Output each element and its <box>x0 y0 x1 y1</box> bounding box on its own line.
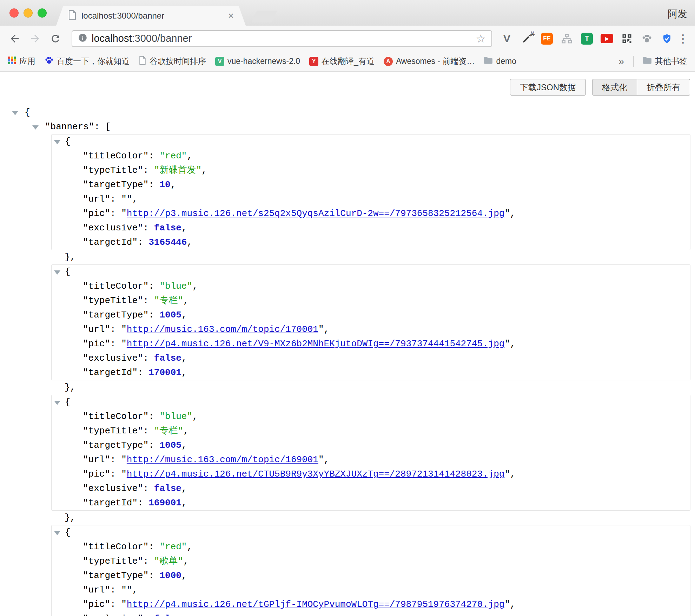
json-link[interactable]: http://p4.music.126.net/V9-MXz6b2MNhEKju… <box>127 339 505 349</box>
json-punct: , <box>181 614 187 616</box>
json-punct: : <box>143 556 154 566</box>
paw-extension-icon[interactable] <box>640 32 654 46</box>
json-punct: { <box>65 527 71 538</box>
format-button[interactable]: 格式化 <box>592 79 637 96</box>
json-punct: , <box>192 281 198 291</box>
vimium-extension-icon[interactable]: V <box>500 32 514 46</box>
bookmark-star-icon[interactable]: ☆ <box>476 33 486 44</box>
bookmarks-overflow-chevron-icon[interactable]: » <box>618 56 624 67</box>
json-punct: }, <box>65 382 75 393</box>
forward-button[interactable] <box>27 31 43 46</box>
json-string-value: "red" <box>159 151 187 161</box>
collapse-triangle-icon[interactable] <box>54 140 60 144</box>
json-line: "targetType": 1005, <box>52 438 690 453</box>
collapse-all-button[interactable]: 折叠所有 <box>637 79 690 96</box>
bookmark-youdao-translate[interactable]: Y 在线翻译_有道 <box>309 56 375 67</box>
json-line: "titleColor": "blue", <box>52 279 690 294</box>
new-tab-button[interactable] <box>251 11 277 22</box>
profile-name: 阿发 <box>668 7 687 21</box>
json-punct: " <box>121 454 127 465</box>
collapse-triangle-icon[interactable] <box>32 125 39 130</box>
json-link[interactable]: http://music.163.com/m/topic/169001 <box>127 454 318 465</box>
toolbar: localhost:3000/banner ☆ V 英 FE T ▶ <box>0 26 695 51</box>
tab-close-icon[interactable]: × <box>228 11 234 21</box>
blue-shield-check-extension-icon[interactable] <box>660 32 674 46</box>
bookmark-label: 谷歌按时间排序 <box>150 56 206 67</box>
download-json-button[interactable]: 下载JSON数据 <box>510 79 586 96</box>
json-punct: { <box>65 267 71 277</box>
reload-button[interactable] <box>48 31 63 46</box>
json-line: "targetType": 10, <box>52 178 690 192</box>
json-punct: , <box>510 208 516 219</box>
collapse-triangle-icon[interactable] <box>54 401 60 405</box>
json-key: "exclusive" <box>83 614 143 616</box>
json-number-value: 170001 <box>148 367 181 378</box>
json-punct: : [ <box>94 122 111 132</box>
translate-pen-extension-icon[interactable]: 英 <box>520 32 534 46</box>
collapse-triangle-icon[interactable] <box>54 270 60 275</box>
json-line: "titleColor": "red", <box>52 149 690 163</box>
json-line: "exclusive": false, <box>52 481 690 496</box>
youtube-extension-icon[interactable]: ▶ <box>600 32 614 46</box>
json-line: "typeTitle": "新碟首发", <box>52 163 690 178</box>
json-key: "banners" <box>45 122 94 132</box>
zoom-button[interactable] <box>38 8 47 18</box>
json-key: "typeTitle" <box>83 165 143 176</box>
json-punct: : <box>143 426 154 436</box>
json-key: "pic" <box>83 339 110 349</box>
qrcode-extension-icon[interactable] <box>620 32 634 46</box>
page-info-icon[interactable] <box>78 33 87 44</box>
sitemap-extension-icon[interactable] <box>560 32 574 46</box>
json-punct: , <box>181 353 187 363</box>
translate-badge: 英 <box>530 31 535 37</box>
address-bar[interactable]: localhost:3000/banner ☆ <box>72 30 492 47</box>
json-string-value: "blue" <box>159 281 192 291</box>
json-number-value: 1005 <box>159 310 181 320</box>
json-line: { <box>52 265 690 279</box>
bookmark-google-sort[interactable]: 谷歌按时间排序 <box>139 56 206 67</box>
json-line: }, <box>0 250 695 264</box>
json-punct: , <box>181 570 187 581</box>
json-link[interactable]: http://music.163.com/m/topic/170001 <box>127 324 318 335</box>
close-button[interactable] <box>9 8 19 18</box>
bookmark-baidu[interactable]: 百度一下，你就知道 <box>45 56 130 67</box>
json-punct: " <box>504 208 510 219</box>
json-link[interactable]: http://p4.music.126.net/CTU5B9R9y3XyYBZX… <box>127 469 505 479</box>
browser-window: localhost:3000/banner × 阿发 localhost:300… <box>0 0 695 616</box>
bookmark-label: 其他书签 <box>655 56 687 67</box>
url-text: localhost:3000/banner <box>92 33 192 44</box>
json-punct: , <box>187 237 192 248</box>
browser-menu-icon[interactable]: ⋮ <box>677 32 688 45</box>
bookmark-awesomes[interactable]: A Awesomes - 前端资… <box>384 56 475 67</box>
json-line: "url": "", <box>52 192 690 207</box>
json-punct: , <box>324 454 330 465</box>
json-punct: : <box>143 223 154 233</box>
json-number-value: 1005 <box>159 440 181 451</box>
fehelper-extension-icon[interactable]: FE <box>540 32 554 46</box>
json-key: "titleColor" <box>83 151 148 161</box>
json-punct: " <box>121 469 127 479</box>
bookmark-folder-demo[interactable]: demo <box>484 57 516 66</box>
bookmark-other-bookmarks[interactable]: 其他书签 <box>643 56 687 67</box>
green-shield-extension-icon[interactable]: T <box>580 32 594 46</box>
minimize-button[interactable] <box>24 8 33 18</box>
json-key: "targetId" <box>83 237 138 248</box>
json-punct: , <box>510 339 516 349</box>
json-punct: { <box>65 397 71 407</box>
apps-grid-icon <box>8 56 16 67</box>
bookmark-apps[interactable]: 应用 <box>8 56 35 67</box>
back-button[interactable] <box>7 31 22 46</box>
vue-icon: V <box>215 57 224 66</box>
bookmark-vue-hackernews[interactable]: V vue-hackernews-2.0 <box>215 57 300 66</box>
json-line: "banners": [ <box>0 120 695 134</box>
collapse-triangle-icon[interactable] <box>54 531 60 535</box>
tab-localhost-banner[interactable]: localhost:3000/banner × <box>56 6 246 26</box>
json-boolean-value: false <box>154 483 181 494</box>
json-punct: , <box>510 469 516 479</box>
json-punct: : <box>110 324 121 335</box>
json-link[interactable]: http://p3.music.126.net/s25q2x5QyqsAzilC… <box>127 208 505 219</box>
bookmarks-divider <box>633 56 634 67</box>
json-link[interactable]: http://p4.music.126.net/tGPljf-IMOCyPvum… <box>127 599 505 610</box>
json-punct: " <box>504 339 510 349</box>
collapse-triangle-icon[interactable] <box>12 111 18 115</box>
